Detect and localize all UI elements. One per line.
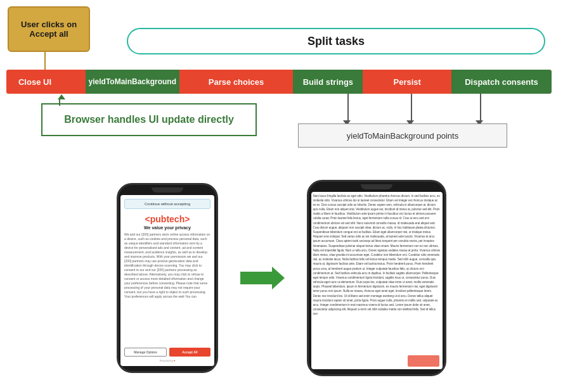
split-tasks-label: Split tasks <box>307 35 365 48</box>
arrow-down-dispatch <box>480 94 481 123</box>
pipe-close-ui: Close UI <box>6 70 63 94</box>
manage-options-button[interactable]: Manage Options <box>124 348 167 357</box>
pipe-yield1: yieldToMainBackground <box>86 70 179 94</box>
consent-logo: <pubtech> <box>124 214 210 224</box>
user-clicks-label: User clicks on Accept all <box>13 20 85 39</box>
browser-handles-label: Browser handles UI update directly <box>41 103 257 136</box>
pipe-dispatch: Dispatch consents <box>451 70 552 94</box>
consent-body: We and our [200] partners store online a… <box>124 232 210 344</box>
pipe-fill-5 <box>429 70 450 94</box>
consent-banner: Continue without accepting <box>124 199 210 209</box>
browser-arrow-head <box>58 94 65 99</box>
arrow-svg <box>240 265 285 291</box>
yield-points-label: yieldToMainBackground points <box>298 123 507 148</box>
pipe-build: Build strings <box>293 70 363 94</box>
accept-all-button[interactable]: Accept All <box>169 348 210 357</box>
pipe-fill-4 <box>364 70 385 94</box>
article-text: Nam lacus fringilla facilisis ac eget od… <box>313 194 441 317</box>
arrow-down-persist <box>411 94 412 123</box>
split-tasks-bar: Split tasks <box>127 28 545 54</box>
phone-notch-left <box>152 187 183 193</box>
phone-notch-right <box>361 184 392 189</box>
right-phone-screen: Nam lacus fringilla facilisis ac eget od… <box>311 192 443 369</box>
powered-by: Powered by ♥ <box>124 359 210 362</box>
pipeline-bar: Close UI yieldToMainBackground Parse cho… <box>6 70 552 94</box>
left-phone: Continue without accepting <pubtech> We … <box>117 183 218 373</box>
pipe-fill-2 <box>181 70 202 94</box>
consent-buttons: Manage Options Accept All <box>124 348 210 357</box>
bottom-section: Continue without accepting <pubtech> We … <box>0 163 563 392</box>
user-clicks-box: User clicks on Accept all <box>8 6 90 52</box>
diagram-area: User clicks on Accept all Split tasks Cl… <box>0 0 563 165</box>
pipe-fill-1 <box>63 70 84 94</box>
consent-title: We value your privacy <box>124 225 210 230</box>
pipe-persist: Persist <box>385 70 429 94</box>
pipe-parse: Parse choices <box>202 70 271 94</box>
pipe-fill-3 <box>271 70 292 94</box>
article-highlight <box>408 355 439 367</box>
left-phone-screen: Continue without accepting <pubtech> We … <box>120 195 214 366</box>
phones-arrow <box>237 262 288 294</box>
user-arrow-stem <box>44 52 46 71</box>
svg-marker-0 <box>240 267 285 289</box>
right-phone: Nam lacus fringilla facilisis ac eget od… <box>307 180 446 376</box>
arrow-down-build <box>347 94 349 123</box>
